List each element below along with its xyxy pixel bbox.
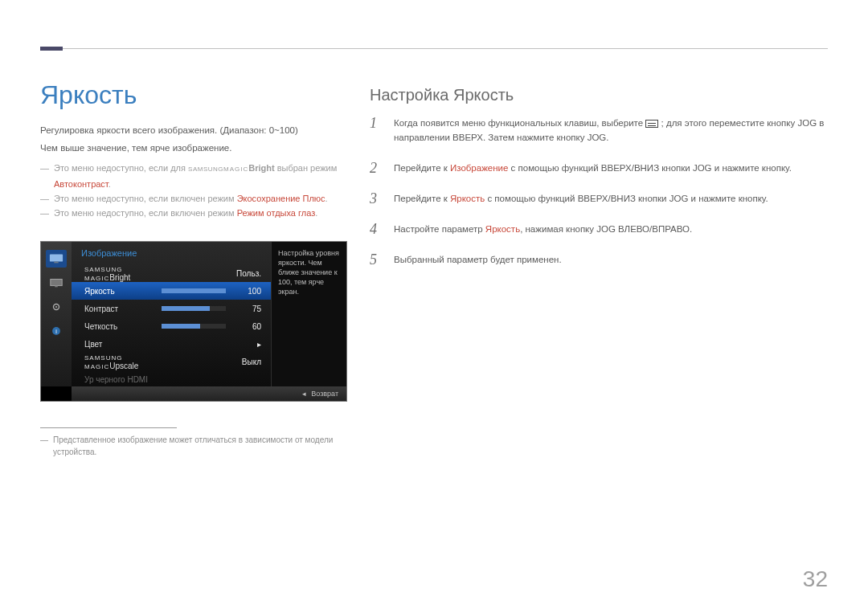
osd-row-label: SAMSUNG MAGICUpscale [84, 353, 162, 370]
osd-row-value: 100 [234, 287, 261, 296]
slider-fill [162, 324, 200, 329]
step-item: 3 Перейдите к Яркость с помощью функций … [370, 191, 828, 206]
restriction-item: ― Это меню недоступно, если включен режи… [40, 191, 346, 206]
osd-row-color[interactable]: Цвет ▸ [72, 335, 271, 353]
osd-row-value: Польз. [234, 269, 261, 278]
osd-item-list: Изображение SAMSUNG MAGICBright Польз. Я… [72, 242, 271, 386]
description-line: Чем выше значение, тем ярче изображение. [40, 140, 346, 156]
restriction-item: ― Это меню недоступно, если включен режи… [40, 206, 346, 220]
step-item: 4 Настройте параметр Яркость, нажимая кн… [370, 222, 828, 236]
step-text: Перейдите к Изображение с помощью функци… [394, 161, 828, 175]
osd-row-label: Цвет [84, 340, 162, 349]
header-accent [40, 47, 63, 51]
display-icon[interactable] [46, 274, 67, 292]
step-text: Выбранный параметр будет применен. [394, 252, 828, 267]
restriction-text: Это меню недоступно, если включен режим … [54, 191, 328, 206]
description-block: Регулировка яркости всего изображения. (… [40, 122, 346, 220]
osd-menu-screenshot: i Изображение SAMSUNG MAGICBright Польз.… [40, 241, 347, 402]
back-arrow-icon[interactable]: ◂ [302, 390, 306, 398]
osd-row-value: 60 [234, 322, 261, 331]
osd-row-magicupscale[interactable]: SAMSUNG MAGICUpscale Выкл [72, 353, 271, 370]
osd-main-panel: Изображение SAMSUNG MAGICBright Польз. Я… [72, 242, 346, 386]
osd-row-hdmi-black: Ур черного HDMI [72, 370, 271, 388]
step-number: 3 [370, 191, 381, 206]
svg-rect-2 [51, 280, 62, 286]
osd-row-label: Четкость [84, 322, 162, 331]
osd-row-label: Контраст [84, 304, 162, 313]
step-number: 4 [370, 222, 381, 236]
page-number: 32 [803, 566, 828, 592]
restriction-text: Это меню недоступно, если для SAMSUNGMAG… [54, 161, 346, 191]
dash-icon: ― [40, 434, 48, 458]
section-title: Настройка Яркость [370, 86, 514, 104]
osd-row-label: Ур черного HDMI [84, 375, 162, 384]
svg-rect-3 [55, 286, 58, 288]
svg-rect-1 [54, 262, 58, 264]
slider-track[interactable] [162, 306, 226, 311]
slider-fill [162, 306, 210, 311]
dash-icon: ― [40, 161, 49, 191]
osd-section-title: Изображение [72, 245, 271, 264]
osd-row-sharpness[interactable]: Четкость 60 [72, 317, 271, 335]
slider-track[interactable] [162, 288, 226, 293]
svg-rect-0 [50, 255, 63, 262]
osd-bottom-bar: ◂ Возврат [72, 386, 346, 401]
slider-fill [162, 288, 226, 293]
osd-row-value: Выкл [234, 358, 261, 366]
osd-row-label: Яркость [84, 287, 162, 296]
osd-side-nav: i [41, 242, 72, 386]
settings-icon[interactable] [46, 298, 67, 316]
restriction-item: ― Это меню недоступно, если для SAMSUNGM… [40, 161, 346, 191]
osd-row-magicbright[interactable]: SAMSUNG MAGICBright Польз. [72, 264, 271, 282]
osd-help-panel: Настройка уровня яркости. Чем ближе знач… [271, 242, 346, 386]
return-label[interactable]: Возврат [311, 390, 338, 398]
dash-icon: ― [40, 206, 49, 220]
footnote: ― Представленное изображение может отлич… [40, 434, 346, 458]
osd-row-label: SAMSUNG MAGICBright [84, 264, 162, 282]
info-icon[interactable]: i [46, 322, 67, 340]
restriction-text: Это меню недоступно, если включен режим … [54, 206, 317, 220]
step-text: Перейдите к Яркость с помощью функций ВВ… [394, 191, 828, 206]
step-item: 1 Когда появится меню функциональных кла… [370, 116, 828, 145]
step-number: 5 [370, 252, 381, 267]
steps-list: 1 Когда появится меню функциональных кла… [370, 116, 828, 283]
osd-row-brightness[interactable]: Яркость 100 [72, 282, 271, 300]
step-text: Когда появится меню функциональных клави… [394, 116, 828, 145]
step-number: 1 [370, 116, 381, 145]
osd-row-contrast[interactable]: Контраст 75 [72, 300, 271, 317]
dash-icon: ― [40, 191, 49, 206]
footnote-divider [40, 427, 177, 428]
header-divider [40, 48, 828, 49]
step-item: 2 Перейдите к Изображение с помощью функ… [370, 161, 828, 175]
step-text: Настройте параметр Яркость, нажимая кноп… [394, 222, 828, 236]
description-line: Регулировка яркости всего изображения. (… [40, 122, 346, 138]
osd-row-value: 75 [234, 304, 261, 313]
slider-track[interactable] [162, 324, 226, 329]
menu-icon [645, 120, 658, 128]
restriction-list: ― Это меню недоступно, если для SAMSUNGM… [40, 161, 346, 220]
step-number: 2 [370, 161, 381, 175]
chevron-right-icon: ▸ [234, 340, 261, 349]
page-title: Яркость [40, 80, 137, 110]
svg-point-5 [55, 306, 57, 308]
picture-icon[interactable] [46, 250, 67, 268]
step-item: 5 Выбранный параметр будет применен. [370, 252, 828, 267]
